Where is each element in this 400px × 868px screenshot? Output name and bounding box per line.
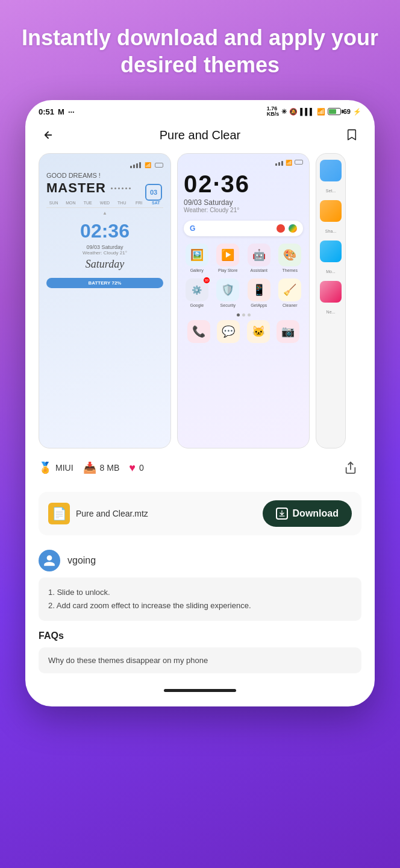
partial-label-2: Sha... <box>325 229 336 233</box>
user-name: vgoing <box>67 555 96 566</box>
card1-top-bar: 📶 <box>46 162 163 168</box>
nav-bar: Pure and Clear <box>25 121 375 153</box>
back-button[interactable] <box>39 125 58 145</box>
app-getapps: 📱 GetApps <box>246 278 272 307</box>
download-btn-icon <box>276 508 288 520</box>
status-gmail: M <box>58 107 64 116</box>
partial-icon-4 <box>320 281 342 303</box>
week-sat: SAT <box>149 201 163 205</box>
camera-icon: 📷 <box>277 320 299 343</box>
google-logo: G <box>190 224 195 233</box>
week-thu: THU <box>114 201 129 205</box>
week-fri: FRI <box>131 201 146 205</box>
bluetooth-icon: ✳ <box>281 108 287 116</box>
file-info: 📄 Pure and Clear.mtz <box>48 503 148 524</box>
phone-icon: 📞 <box>187 320 210 343</box>
app-messages: 💬 <box>216 320 242 343</box>
meta-likes: ♥ 0 <box>129 462 143 474</box>
file-icon: 📄 <box>48 503 70 524</box>
themes-icon: 🎨 <box>278 244 301 266</box>
assistant-icon: 🤖 <box>248 244 270 266</box>
good-dreams-text: GOOD DREAMS ! <box>46 172 131 179</box>
size-label: 8 MB <box>100 463 120 473</box>
gallery-icon: 🖼️ <box>186 244 208 266</box>
hero-title: Instantly download and apply your desire… <box>12 24 388 78</box>
getapps-label: GetApps <box>251 303 267 307</box>
miui-badge-icon: 🏅 <box>39 461 52 474</box>
card1-saturday: Saturday <box>46 258 163 271</box>
faq-question-1: Why do these themes disappear on my phon… <box>48 656 208 665</box>
google-icon: ⚙️ 30 <box>186 278 208 301</box>
app-themes: 🎨 Themes <box>277 244 304 272</box>
card1-battery-bar <box>155 163 163 168</box>
partial-icon-2 <box>320 200 342 222</box>
share-button[interactable] <box>340 457 361 479</box>
user-avatar <box>39 550 60 571</box>
app-phone: 📞 <box>186 320 211 343</box>
card2-search-bar: G <box>184 221 303 236</box>
nav-title: Pure and Clear <box>160 128 241 142</box>
gallery-label: Gallery <box>190 268 204 272</box>
battery-fill <box>329 109 337 114</box>
card1-clock: 02:36 <box>46 221 163 242</box>
card1-battery-widget: BATTERY 72% <box>46 278 163 288</box>
meta-row: 🏅 MIUI 📥 8 MB ♥ 0 <box>25 448 375 487</box>
card2-bottom-apps: 📞 💬 🐱 📷 <box>184 320 303 343</box>
download-button[interactable]: Download <box>263 500 352 527</box>
week-row: SUN MON TUE WED THU FRI SAT <box>46 201 163 205</box>
lens-icon <box>289 224 297 233</box>
likes-label: 0 <box>139 463 144 473</box>
download-section: 📄 Pure and Clear.mtz Download <box>39 492 361 535</box>
signal-icon: ▌▌▌ <box>300 108 314 115</box>
card2-apps-row1: 🖼️ Gallery ▶️ Play Store 🤖 Assistant 🎨 T… <box>184 244 303 272</box>
card1-content: 📶 GOOD DREAMS ! MASTER <box>39 154 170 448</box>
week-mon: MON <box>63 201 78 205</box>
app-camera: 📷 <box>276 320 301 343</box>
file-name: Pure and Clear.mtz <box>76 509 148 518</box>
faqs-title: FAQs <box>39 631 361 641</box>
card2-top-bar: 📶 <box>184 160 303 166</box>
themes-label: Themes <box>283 268 298 272</box>
preview-card-2: 📶 02·36 09/03 Saturday Weather: Cloudy 2… <box>177 153 310 448</box>
battery-icon <box>328 108 341 115</box>
security-icon: 🛡️ <box>216 278 239 301</box>
security-label: Security <box>220 303 236 307</box>
messages-icon: 💬 <box>217 320 240 343</box>
status-bar: 0:51 M ··· 1.76KB/s ✳ 🔕 ▌▌▌ 📶 69 ⚡ <box>25 100 375 121</box>
menu-dots <box>111 187 131 189</box>
app-miui: 🐱 <box>246 320 271 343</box>
wifi-icon: 📶 <box>317 108 325 116</box>
card1-signal <box>130 162 141 168</box>
download-btn-label: Download <box>293 508 339 519</box>
app-google: ⚙️ 30 Google <box>184 278 210 307</box>
assistant-label: Assistant <box>251 268 267 272</box>
faqs-section: FAQs Why do these themes disappear on my… <box>25 621 375 679</box>
description-box: 1. Slide to unlock. 2. Add card zoom eff… <box>39 577 361 621</box>
status-right: 1.76KB/s ✳ 🔕 ▌▌▌ 📶 69 ⚡ <box>267 106 361 117</box>
card2-date: 09/03 Saturday <box>184 198 303 207</box>
user-section: vgoing <box>25 540 375 577</box>
partial-label-4: Ne... <box>327 310 336 314</box>
home-bar <box>164 689 236 692</box>
status-speed: 1.76KB/s <box>267 106 280 117</box>
card2-apps-row2: ⚙️ 30 Google 🛡️ Security 📱 GetApps <box>184 278 303 307</box>
card1-weather: Weather: Cloudy 21° <box>46 250 163 256</box>
card1-wifi: 📶 <box>145 162 151 168</box>
google-label: Google <box>190 303 204 307</box>
card1-date-box: 03 <box>145 184 162 201</box>
week-sun: SUN <box>46 201 61 205</box>
page-dot-2 <box>242 313 245 316</box>
bookmark-button[interactable] <box>342 125 361 145</box>
status-left: 0:51 M ··· <box>39 107 75 116</box>
vibrate-icon: 🔕 <box>289 108 298 116</box>
heart-icon: ♥ <box>129 462 136 474</box>
miui-label: MIUI <box>55 463 73 473</box>
week-wed: WED <box>98 201 112 205</box>
preview-area: 📶 GOOD DREAMS ! MASTER <box>25 153 375 448</box>
page-dot-1 <box>237 313 240 316</box>
card1-date: 09/03 Saturday <box>46 244 163 250</box>
app-assistant: 🤖 Assistant <box>246 244 272 272</box>
search-icons <box>277 224 297 233</box>
app-playstore: ▶️ Play Store <box>215 244 242 272</box>
charging-icon: ⚡ <box>353 108 361 116</box>
